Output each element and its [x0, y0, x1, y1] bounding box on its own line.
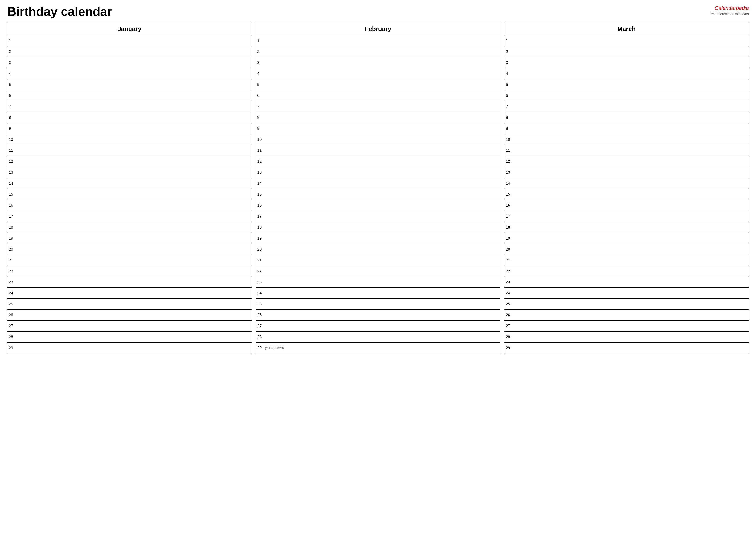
- day-row: 20: [505, 244, 749, 255]
- day-number: 8: [506, 116, 513, 120]
- day-row: 28: [256, 332, 500, 343]
- brand-name: Calendarpedia: [711, 5, 749, 12]
- day-number: 11: [257, 148, 264, 153]
- day-number: 26: [9, 313, 16, 317]
- day-row: 5: [505, 79, 749, 90]
- day-number: 28: [9, 335, 16, 339]
- day-row: 7: [256, 101, 500, 112]
- day-number: 3: [9, 61, 16, 65]
- day-row: 25: [256, 299, 500, 310]
- day-row: 1: [505, 35, 749, 46]
- day-row: 9: [505, 123, 749, 134]
- day-row: 3: [7, 57, 251, 68]
- day-number: 7: [506, 104, 513, 109]
- day-number: 8: [257, 116, 264, 120]
- day-row: 11: [256, 145, 500, 156]
- day-row: 24: [7, 288, 251, 299]
- day-row: 20: [256, 244, 500, 255]
- day-number: 16: [257, 203, 264, 208]
- march-header: March: [505, 23, 749, 35]
- day-row: 27: [256, 321, 500, 332]
- day-number: 26: [506, 313, 513, 317]
- day-row: 6: [7, 90, 251, 101]
- day-number: 24: [257, 291, 264, 296]
- day-number: 16: [9, 203, 16, 208]
- february-header: February: [256, 23, 500, 35]
- day-number: 22: [257, 269, 264, 273]
- day-row: 13: [505, 167, 749, 178]
- day-number: 4: [506, 72, 513, 76]
- january-header: January: [7, 23, 251, 35]
- day-row: 27: [505, 321, 749, 332]
- day-row: 14: [505, 178, 749, 189]
- brand-name-part2: pedia: [736, 5, 749, 11]
- day-number: 25: [506, 302, 513, 306]
- day-number: 17: [9, 214, 16, 219]
- day-row: 17: [256, 211, 500, 222]
- day-number: 11: [9, 148, 16, 153]
- day-row: 24: [256, 288, 500, 299]
- day-row: 21: [7, 255, 251, 266]
- day-row: 20: [7, 244, 251, 255]
- day-row: 22: [256, 266, 500, 277]
- day-row: 3: [256, 57, 500, 68]
- day-number: 4: [9, 72, 16, 76]
- day-number: 17: [257, 214, 264, 219]
- day-number: 12: [257, 159, 264, 164]
- day-row: 15: [7, 189, 251, 200]
- day-number: 24: [9, 291, 16, 296]
- day-row: 4: [256, 68, 500, 79]
- day-number: 20: [506, 247, 513, 251]
- day-row: 12: [256, 156, 500, 167]
- day-row: 23: [7, 277, 251, 288]
- day-row: 22: [7, 266, 251, 277]
- day-number: 6: [9, 93, 16, 98]
- day-row: 25: [7, 299, 251, 310]
- day-number: 21: [9, 258, 16, 262]
- day-row: 19: [256, 233, 500, 244]
- day-row: 15: [256, 189, 500, 200]
- day-row: 19: [505, 233, 749, 244]
- day-row: 5: [256, 79, 500, 90]
- day-number: 15: [257, 192, 264, 196]
- day-number: 11: [506, 148, 513, 153]
- january-calendar: January 1 2 3 4 5 6 7 8 9 10 11 12 13 14…: [7, 23, 252, 354]
- day-row: 8: [505, 112, 749, 123]
- day-number: 14: [9, 181, 16, 186]
- day-number: 17: [506, 214, 513, 219]
- day-row: 2: [505, 46, 749, 57]
- day-number: 13: [257, 170, 264, 175]
- day-number: 29: [257, 346, 264, 350]
- day-row: 17: [505, 211, 749, 222]
- day-number: 22: [506, 269, 513, 273]
- day-row: 25: [505, 299, 749, 310]
- day-number: 13: [506, 170, 513, 175]
- day-row: 24: [505, 288, 749, 299]
- day-number: 10: [9, 137, 16, 142]
- day-row: 15: [505, 189, 749, 200]
- day-row: 14: [7, 178, 251, 189]
- day-row: 29: [7, 343, 251, 353]
- day-number: 19: [9, 236, 16, 241]
- day-number: 10: [257, 137, 264, 142]
- day-number: 23: [506, 280, 513, 284]
- day-row: 13: [256, 167, 500, 178]
- day-row: 26: [256, 310, 500, 321]
- day-row: 18: [256, 222, 500, 233]
- day-number: 27: [257, 324, 264, 328]
- day-row: 2: [7, 46, 251, 57]
- day-row: 13: [7, 167, 251, 178]
- day-number: 1: [9, 39, 16, 43]
- day-number: 5: [257, 82, 264, 87]
- day-row: 6: [256, 90, 500, 101]
- page-header: Birthday calendar Calendarpedia Your sou…: [7, 5, 749, 18]
- february-calendar: February 1 2 3 4 5 6 7 8 9 10 11 12 13 1…: [255, 23, 500, 354]
- day-number: 25: [9, 302, 16, 306]
- day-row: 1: [256, 35, 500, 46]
- day-number: 20: [257, 247, 264, 251]
- day-row: 16: [256, 200, 500, 211]
- day-row: 21: [505, 255, 749, 266]
- day-row: 3: [505, 57, 749, 68]
- day-row: 18: [7, 222, 251, 233]
- day-number: 16: [506, 203, 513, 208]
